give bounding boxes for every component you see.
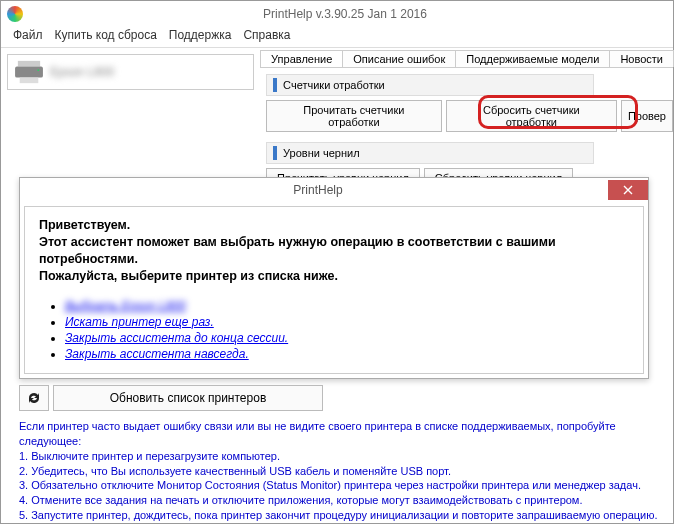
svg-rect-1 [15, 66, 43, 77]
tab-body: Счетчики отработки Прочитать счетчики от… [260, 68, 673, 188]
menu-buy-code[interactable]: Купить код сброса [51, 27, 161, 47]
refresh-row: Обновить список принтеров [19, 385, 323, 411]
menu-file[interactable]: Файл [9, 27, 47, 47]
menu-help[interactable]: Справка [239, 27, 294, 47]
dialog-heading-l2: Этот ассистент поможет вам выбрать нужну… [39, 234, 629, 268]
hints-text: Если принтер часто выдает ошибку связи и… [19, 419, 659, 524]
assistant-dialog: PrintHelp Приветствуем. Этот ассистент п… [19, 177, 649, 379]
printer-name: Epson L800 [50, 65, 114, 79]
hint-line: 2. Убедитесь, что Вы используете качеств… [19, 464, 659, 479]
printer-icon [14, 59, 44, 85]
link-close-forever[interactable]: Закрыть ассистента навсегда. [65, 347, 249, 361]
check-button[interactable]: Провер [621, 100, 673, 132]
app-window: PrintHelp v.3.90.25 Jan 1 2016 Файл Купи… [0, 0, 674, 524]
hint-line: 5. Запустите принтер, дождитесь, пока пр… [19, 508, 659, 523]
refresh-printer-list-button[interactable]: Обновить список принтеров [53, 385, 323, 411]
tab-news[interactable]: Новости [609, 50, 674, 67]
section-accent [273, 78, 277, 92]
svg-point-3 [37, 69, 39, 71]
list-item: Закрыть ассистента до конца сессии. [65, 331, 629, 345]
section-ink-header: Уровни чернил [266, 142, 594, 164]
svg-rect-2 [20, 78, 39, 84]
dialog-body: Приветствуем. Этот ассистент поможет вам… [24, 206, 644, 374]
dialog-heading: Приветствуем. Этот ассистент поможет вам… [39, 217, 629, 285]
section-waste-header: Счетчики отработки [266, 74, 594, 96]
close-icon[interactable] [608, 180, 648, 200]
app-icon [7, 6, 23, 22]
reset-waste-button[interactable]: Сбросить счетчики отработки [446, 100, 617, 132]
right-panel: Управление Описание ошибок Поддерживаемы… [260, 48, 673, 198]
link-select-printer[interactable]: Выбрать Epson L800 [65, 299, 186, 313]
list-item: Закрыть ассистента навсегда. [65, 347, 629, 361]
link-search-again[interactable]: Искать принтер еще раз. [65, 315, 214, 329]
menubar: Файл Купить код сброса Поддержка Справка [1, 27, 673, 47]
left-panel: Epson L800 [1, 48, 260, 198]
window-title: PrintHelp v.3.90.25 Jan 1 2016 [23, 7, 667, 21]
section-ink-title: Уровни чернил [283, 147, 359, 159]
hint-line: Если принтер часто выдает ошибку связи и… [19, 419, 659, 449]
dialog-title: PrintHelp [28, 183, 608, 197]
main-area: Epson L800 Управление Описание ошибок По… [1, 47, 673, 198]
section-accent [273, 146, 277, 160]
link-close-session[interactable]: Закрыть ассистента до конца сессии. [65, 331, 288, 345]
dialog-link-list: Выбрать Epson L800 Искать принтер еще ра… [39, 299, 629, 361]
read-waste-button[interactable]: Прочитать счетчики отработки [266, 100, 442, 132]
hint-line: 1. Выключите принтер и перезагрузите ком… [19, 449, 659, 464]
menu-support[interactable]: Поддержка [165, 27, 236, 47]
hint-line: 3. Обязательно отключите Монитор Состоян… [19, 478, 659, 493]
dialog-titlebar: PrintHelp [20, 178, 648, 202]
section-waste-title: Счетчики отработки [283, 79, 385, 91]
svg-rect-0 [18, 61, 40, 67]
tabs: Управление Описание ошибок Поддерживаемы… [260, 50, 673, 68]
list-item: Искать принтер еще раз. [65, 315, 629, 329]
printer-list-item[interactable]: Epson L800 [7, 54, 254, 90]
titlebar: PrintHelp v.3.90.25 Jan 1 2016 [1, 1, 673, 27]
dialog-heading-l1: Приветствуем. [39, 217, 629, 234]
tab-management[interactable]: Управление [260, 50, 343, 67]
refresh-icon[interactable] [19, 385, 49, 411]
hint-line: 4. Отмените все задания на печать и откл… [19, 493, 659, 508]
tab-models[interactable]: Поддерживаемые модели [455, 50, 610, 67]
tab-errors[interactable]: Описание ошибок [342, 50, 456, 67]
waste-button-row: Прочитать счетчики отработки Сбросить сч… [266, 100, 673, 132]
list-item: Выбрать Epson L800 [65, 299, 629, 313]
dialog-heading-l3: Пожалуйста, выберите принтер из списка н… [39, 268, 629, 285]
